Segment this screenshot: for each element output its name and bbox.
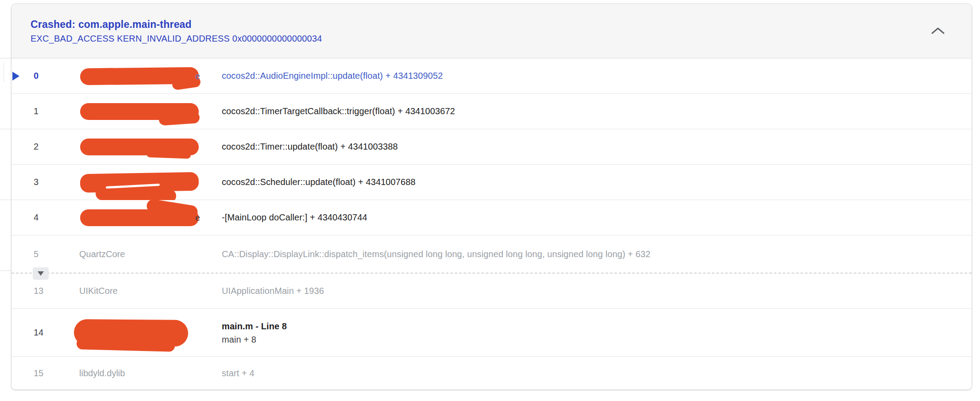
frame-symbol: start + 4 [222, 368, 972, 378]
stack-frame-row[interactable]: 0 e cocos2d::AudioEngineImpl::update(flo… [12, 58, 972, 94]
frame-symbol-sub: main + 8 [222, 333, 961, 346]
frame-symbol: main.m - Line 8 main + 8 [222, 320, 972, 346]
thread-title: Crashed: com.apple.main-thread [31, 19, 322, 31]
frame-number: 1 [34, 106, 79, 116]
frame-library: UIKitCore [79, 274, 222, 308]
stack-frame-row[interactable]: 15 libdyld.dylib start + 4 [12, 357, 972, 389]
chevron-up-icon [930, 26, 946, 36]
stack-frame-row[interactable]: 5 QuartzCore CA::Display::DisplayLink::d… [12, 235, 972, 274]
background-row-divider [0, 200, 12, 200]
stack-frame-row[interactable]: 3 cocos2d::Scheduler::update(float) + 43… [12, 165, 972, 200]
crashlytics-stack-trace-panel: Crashed: com.apple.main-thread EXC_BAD_A… [0, 0, 980, 401]
stack-frame-row[interactable]: 1 cocos2d::TimerTargetCallback::trigger(… [12, 94, 972, 129]
background-row-divider [0, 58, 12, 58]
collapse-thread-button[interactable] [927, 23, 949, 39]
frame-symbol: -[MainLoop doCaller:] + 4340430744 [222, 212, 972, 223]
stack-frame-row[interactable]: 14 main.m - Line 8 main + 8 [12, 309, 972, 357]
frame-number: 15 [34, 368, 79, 378]
frame-symbol: UIApplicationMain + 1936 [222, 286, 972, 296]
frame-number: 14 [34, 328, 79, 338]
frame-number: 2 [34, 142, 79, 152]
frame-number: 4 [34, 212, 79, 223]
frame-symbol: CA::Display::DisplayLink::dispatch_items… [222, 249, 972, 259]
frame-library [79, 94, 222, 129]
redaction-scribble [80, 139, 199, 155]
stack-frame-list: 0 e cocos2d::AudioEngineImpl::update(flo… [12, 58, 972, 389]
crashed-thread-card: Crashed: com.apple.main-thread EXC_BAD_A… [11, 4, 972, 390]
background-row-divider [0, 129, 12, 129]
redaction-remnant-text: e [195, 71, 200, 81]
frame-library: libdyld.dylib [79, 357, 222, 389]
play-arrow-icon [12, 72, 19, 81]
frame-number: 0 [34, 71, 79, 81]
frame-library: e [79, 200, 222, 235]
frame-number: 3 [34, 177, 79, 187]
stack-frame-row[interactable]: 4 e -[MainLoop doCaller:] + 4340430744 [12, 200, 972, 235]
background-edge-line [4, 62, 4, 82]
frame-symbol: cocos2d::Timer::update(float) + 43410033… [222, 142, 972, 152]
background-row-divider [0, 270, 12, 271]
triangle-down-icon [38, 271, 44, 276]
frame-library [79, 165, 222, 200]
exception-subtitle: EXC_BAD_ACCESS KERN_INVALID_ADDRESS 0x00… [31, 34, 322, 44]
redaction-remnant-text: e [195, 213, 200, 223]
stack-frame-row[interactable]: 2 cocos2d::Timer::update(float) + 434100… [12, 129, 972, 165]
frame-library [79, 309, 222, 356]
redaction-scribble [80, 68, 199, 85]
frame-library: e [79, 58, 222, 93]
frame-number: 5 [34, 249, 79, 259]
frame-symbol: cocos2d::Scheduler::update(float) + 4341… [222, 177, 972, 187]
frame-library: QuartzCore [79, 235, 222, 273]
stack-frame-row[interactable]: 13 UIKitCore UIApplicationMain + 1936 [12, 274, 972, 309]
redaction-scribble [74, 320, 188, 346]
expand-hidden-frames-button[interactable] [33, 267, 49, 280]
redaction-scribble [80, 103, 199, 120]
frame-symbol-link[interactable]: cocos2d::AudioEngineImpl::update(float) … [222, 71, 972, 81]
redaction-scribble [80, 173, 199, 192]
frame-library [79, 129, 222, 164]
thread-header[interactable]: Crashed: com.apple.main-thread EXC_BAD_A… [12, 4, 972, 58]
frame-source-file: main.m - Line 8 [222, 320, 961, 333]
frame-symbol: cocos2d::TimerTargetCallback::trigger(fl… [222, 106, 972, 116]
redaction-scribble [80, 209, 199, 226]
thread-header-text: Crashed: com.apple.main-thread EXC_BAD_A… [31, 19, 322, 44]
frame-number: 13 [34, 286, 79, 296]
